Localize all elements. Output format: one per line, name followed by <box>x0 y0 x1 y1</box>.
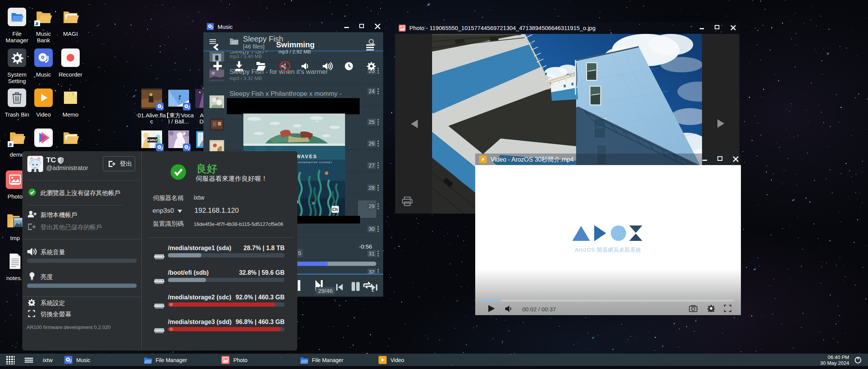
svg-text:Ch: Ch <box>332 207 338 212</box>
svg-text:KMNZ: KMNZ <box>147 138 158 142</box>
svg-text:WAVES: WAVES <box>296 154 317 159</box>
svg-text:AN UNDERWATER JOURNEY: AN UNDERWATER JOURNEY <box>293 161 333 164</box>
